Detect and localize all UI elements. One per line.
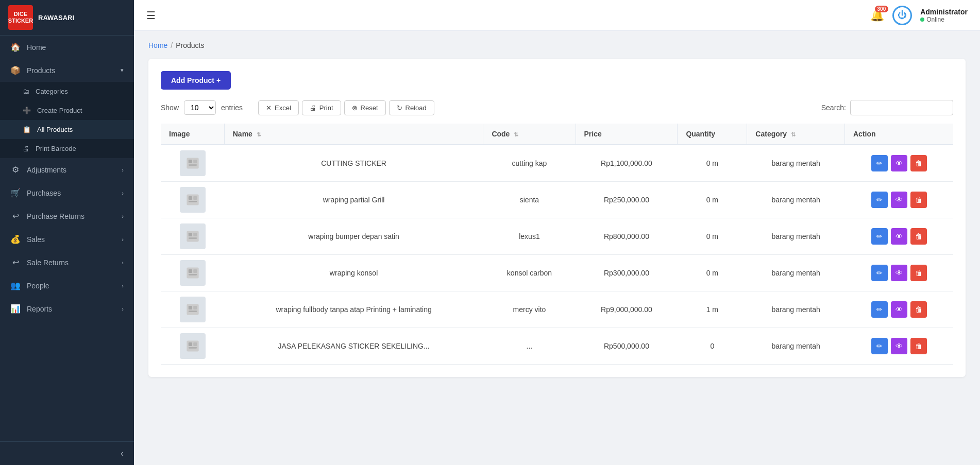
sort-icon: ⇅ xyxy=(514,131,518,137)
sale-returns-icon: ↩ xyxy=(10,257,21,267)
sidebar-item-label: Print Barcode xyxy=(36,145,76,152)
svg-rect-6 xyxy=(188,201,196,202)
sidebar-item-reports[interactable]: 📊 Reports › xyxy=(0,297,134,320)
view-button[interactable]: 👁 xyxy=(891,228,907,245)
cell-name: wraping fullbody tanpa atap Printing + l… xyxy=(224,291,483,328)
sidebar-navigation: 🏠 Home 📦 Products ▾ 🗂 Categories ➕ Creat… xyxy=(0,36,134,441)
menu-toggle-icon[interactable]: ☰ xyxy=(146,9,156,22)
svg-rect-16 xyxy=(187,304,198,315)
svg-rect-9 xyxy=(188,233,192,236)
products-table: Image Name ⇅ Code ⇅ Price xyxy=(161,124,953,365)
table-row: wraping konsol konsol carbon Rp300,000.0… xyxy=(161,255,953,291)
cell-quantity: 0 m xyxy=(678,255,747,291)
sidebar-item-all-products[interactable]: 📋 All Products xyxy=(0,120,134,139)
search-label: Search: xyxy=(821,104,846,112)
svg-rect-1 xyxy=(188,160,192,163)
sidebar-item-sale-returns[interactable]: ↩ Sale Returns › xyxy=(0,251,134,274)
cell-category: barang mentah xyxy=(747,182,845,218)
cell-name: wraping partial Grill xyxy=(224,182,483,218)
cell-code: cutting kap xyxy=(483,145,576,182)
reports-icon: 📊 xyxy=(10,304,21,314)
edit-button[interactable]: ✏ xyxy=(871,192,888,208)
sales-icon: 💰 xyxy=(10,234,21,244)
sidebar-item-create-product[interactable]: ➕ Create Product xyxy=(0,101,134,120)
product-image xyxy=(180,333,206,359)
delete-button[interactable]: 🗑 xyxy=(910,192,927,208)
home-icon: 🏠 xyxy=(10,42,21,52)
sidebar-collapse-button[interactable]: ‹ xyxy=(0,441,134,465)
main-wrapper: ☰ 🔔 300 ⏻ Administrator Online Home / Pr… xyxy=(134,0,980,465)
edit-button[interactable]: ✏ xyxy=(871,265,888,281)
view-button[interactable]: 👁 xyxy=(891,338,907,354)
cell-quantity: 0 m xyxy=(678,218,747,255)
edit-button[interactable]: ✏ xyxy=(871,301,888,318)
sidebar-item-purchase-returns[interactable]: ↩ Purchase Returns › xyxy=(0,204,134,228)
sidebar-item-label: Categories xyxy=(36,88,68,95)
adjustments-icon: ⚙ xyxy=(10,165,21,175)
svg-rect-21 xyxy=(188,342,192,346)
cell-price: Rp800,000.00 xyxy=(576,218,678,255)
sidebar-item-products[interactable]: 📦 Products ▾ xyxy=(0,59,134,82)
delete-button[interactable]: 🗑 xyxy=(910,155,927,171)
sidebar-item-purchases[interactable]: 🛒 Purchases › xyxy=(0,181,134,204)
sidebar-item-adjustments[interactable]: ⚙ Adjustments › xyxy=(0,158,134,181)
delete-button[interactable]: 🗑 xyxy=(910,265,927,281)
col-code[interactable]: Code ⇅ xyxy=(483,124,576,145)
col-price[interactable]: Price xyxy=(576,124,678,145)
view-button[interactable]: 👁 xyxy=(891,192,907,208)
chevron-right-icon: › xyxy=(122,167,124,173)
search-input[interactable] xyxy=(850,100,953,115)
delete-button[interactable]: 🗑 xyxy=(910,338,927,354)
sidebar-item-sales[interactable]: 💰 Sales › xyxy=(0,228,134,251)
svg-rect-20 xyxy=(187,341,198,352)
sidebar-item-label: Purchases xyxy=(27,189,115,197)
svg-rect-14 xyxy=(188,274,196,275)
view-button[interactable]: 👁 xyxy=(891,155,907,171)
delete-button[interactable]: 🗑 xyxy=(910,301,927,318)
sidebar-item-print-barcode[interactable]: 🖨 Print Barcode xyxy=(0,139,134,158)
sidebar-item-label: Sale Returns xyxy=(27,259,115,267)
chevron-down-icon: ▾ xyxy=(121,67,124,74)
cell-code: ... xyxy=(483,328,576,365)
add-product-button[interactable]: Add Product + xyxy=(161,71,231,90)
edit-button[interactable]: ✏ xyxy=(871,228,888,245)
excel-button[interactable]: ✕ Excel xyxy=(258,100,299,115)
delete-button[interactable]: 🗑 xyxy=(910,228,927,245)
col-category[interactable]: Category ⇅ xyxy=(747,124,845,145)
edit-button[interactable]: ✏ xyxy=(871,155,888,171)
sidebar-item-home[interactable]: 🏠 Home xyxy=(0,36,134,59)
purchases-icon: 🛒 xyxy=(10,188,21,198)
svg-rect-8 xyxy=(187,231,198,242)
power-button[interactable]: ⏻ xyxy=(892,6,912,25)
col-image: Image xyxy=(161,124,224,145)
reload-button[interactable]: ↻ Reload xyxy=(389,100,434,115)
cell-category: barang mentah xyxy=(747,218,845,255)
user-status: Online xyxy=(920,16,944,23)
cell-quantity: 1 m xyxy=(678,291,747,328)
cell-image xyxy=(161,182,224,218)
view-button[interactable]: 👁 xyxy=(891,265,907,281)
edit-button[interactable]: ✏ xyxy=(871,338,888,354)
page-content: Home / Products Add Product + Show 10 25… xyxy=(134,31,980,465)
reset-button[interactable]: ⊗ Reset xyxy=(344,100,386,115)
entries-per-page-select[interactable]: 10 25 50 100 xyxy=(184,100,216,115)
col-quantity[interactable]: Quantity xyxy=(678,124,747,145)
svg-rect-15 xyxy=(193,269,197,273)
col-name[interactable]: Name ⇅ xyxy=(224,124,483,145)
table-controls: Show 10 25 50 100 entries ✕ Excel 🖨 Prin… xyxy=(161,100,953,115)
reload-icon: ↻ xyxy=(397,104,402,112)
product-image xyxy=(180,297,206,322)
print-button[interactable]: 🖨 Print xyxy=(302,100,341,115)
cell-price: Rp300,000.00 xyxy=(576,255,678,291)
notification-bell[interactable]: 🔔 300 xyxy=(870,9,884,22)
table-row: wraping bumper depan satin lexus1 Rp800,… xyxy=(161,218,953,255)
chevron-right-icon: › xyxy=(122,236,124,243)
sidebar-item-categories[interactable]: 🗂 Categories xyxy=(0,82,134,101)
chevron-right-icon: › xyxy=(122,306,124,312)
chevron-right-icon: › xyxy=(122,260,124,266)
product-image xyxy=(180,223,206,249)
view-button[interactable]: 👁 xyxy=(891,301,907,318)
svg-rect-23 xyxy=(193,342,197,346)
breadcrumb-home-link[interactable]: Home xyxy=(148,41,167,49)
sidebar-item-people[interactable]: 👥 People › xyxy=(0,274,134,297)
